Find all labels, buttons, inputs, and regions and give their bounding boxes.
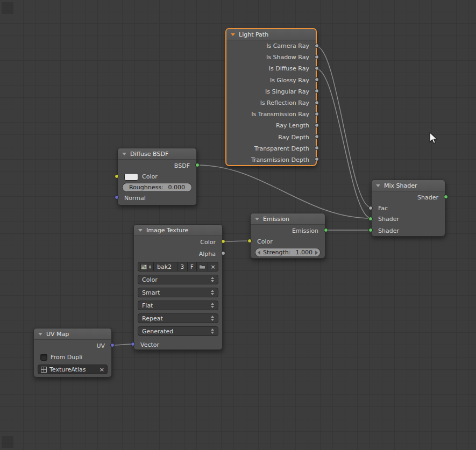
bsdf-output-socket[interactable] bbox=[195, 163, 200, 167]
output-label: Emission bbox=[292, 227, 318, 234]
close-icon: × bbox=[210, 264, 215, 270]
uv-output-socket[interactable] bbox=[110, 343, 115, 347]
output-label: Is Singular Ray bbox=[265, 88, 309, 95]
is-reflection-ray-socket[interactable] bbox=[315, 101, 319, 105]
input-label: Shader bbox=[378, 227, 399, 234]
node-title: Diffuse BSDF bbox=[130, 151, 168, 158]
is-transmission-ray-socket[interactable] bbox=[315, 112, 319, 116]
node-mix-shader[interactable]: Mix Shader Shader Fac Shader Shader bbox=[371, 180, 445, 237]
node-light-path[interactable]: Light Path Is Camera Ray Is Shadow Ray I… bbox=[226, 28, 316, 166]
collapse-triangle-icon[interactable] bbox=[122, 153, 126, 155]
emission-output-socket[interactable] bbox=[324, 228, 328, 232]
collapse-triangle-icon[interactable] bbox=[376, 184, 380, 187]
normal-input-socket[interactable] bbox=[115, 195, 119, 199]
ray-length-socket[interactable] bbox=[315, 123, 319, 127]
collapse-triangle-icon[interactable] bbox=[255, 218, 259, 220]
dropdown-value: Flat bbox=[142, 302, 153, 309]
node-diffuse-bsdf[interactable]: Diffuse BSDF BSDF Color Roughness: 0.000… bbox=[117, 148, 197, 205]
is-camera-ray-socket[interactable] bbox=[315, 44, 319, 48]
output-row: UV bbox=[34, 340, 111, 352]
dropdown-value: Generated bbox=[142, 328, 173, 335]
shader1-input-socket[interactable] bbox=[368, 217, 373, 221]
output-row: Color bbox=[134, 236, 222, 248]
from-dupli-row: From Dupli bbox=[34, 352, 111, 362]
node-title: Mix Shader bbox=[384, 182, 417, 189]
dropdown-arrows-icon bbox=[211, 290, 214, 295]
color-input-row: Color bbox=[118, 172, 196, 182]
collapse-triangle-icon[interactable] bbox=[231, 33, 235, 36]
is-diffuse-ray-socket[interactable] bbox=[315, 66, 319, 70]
wire-lightpath-fac bbox=[316, 46, 371, 208]
node-header[interactable]: UV Map bbox=[34, 328, 111, 340]
node-emission[interactable]: Emission Emission Color Strength: 1.000 bbox=[250, 213, 325, 259]
input-label: Normal bbox=[124, 195, 146, 202]
strength-slider[interactable]: Strength: 1.000 bbox=[255, 248, 321, 257]
is-shadow-ray-socket[interactable] bbox=[315, 55, 319, 59]
output-row: Ray Length bbox=[226, 120, 316, 131]
color-input-socket[interactable] bbox=[247, 239, 252, 243]
shader-output-socket[interactable] bbox=[444, 195, 448, 199]
node-title: Light Path bbox=[239, 31, 268, 38]
output-row: Is Transmission Ray bbox=[226, 109, 316, 120]
image-datablock-row: bak2 3 F × bbox=[138, 262, 218, 272]
node-uv-map[interactable]: UV Map UV From Dupli TextureAtlas × bbox=[33, 328, 112, 377]
shader2-input-row: Shader bbox=[372, 225, 445, 237]
interpolation-dropdown[interactable]: Smart bbox=[138, 288, 218, 297]
colorspace-dropdown[interactable]: Color bbox=[138, 275, 218, 284]
image-users-button[interactable]: 3 bbox=[177, 262, 188, 272]
output-row: BSDF bbox=[118, 160, 196, 172]
output-row: Emission bbox=[251, 225, 325, 237]
alpha-output-socket[interactable] bbox=[221, 251, 225, 255]
output-label: Ray Length bbox=[276, 122, 309, 129]
slider-label: Roughness: bbox=[129, 184, 164, 191]
output-row: Is Reflection Ray bbox=[226, 97, 316, 109]
output-label: Alpha bbox=[199, 251, 216, 258]
node-editor-canvas[interactable]: Light Path Is Camera Ray Is Shadow Ray I… bbox=[0, 0, 476, 450]
node-header[interactable]: Light Path bbox=[226, 29, 316, 40]
shader2-input-socket[interactable] bbox=[368, 228, 373, 232]
slider-increase-arrow-icon[interactable] bbox=[315, 251, 318, 255]
output-row: Is Camera Ray bbox=[226, 40, 316, 52]
from-dupli-checkbox[interactable] bbox=[40, 354, 47, 361]
collapse-triangle-icon[interactable] bbox=[38, 333, 42, 335]
output-label: Is Reflection Ray bbox=[260, 99, 309, 106]
image-name-field[interactable]: bak2 bbox=[154, 262, 177, 272]
node-header[interactable]: Mix Shader bbox=[372, 180, 445, 191]
fac-input-socket[interactable] bbox=[368, 206, 373, 210]
color-swatch[interactable] bbox=[124, 173, 138, 181]
color-input-row: Color bbox=[251, 237, 325, 246]
unlink-image-button[interactable]: × bbox=[208, 262, 218, 272]
input-label: Shader bbox=[378, 216, 399, 223]
slider-value: 1.000 bbox=[295, 249, 312, 256]
roughness-slider[interactable]: Roughness: 0.000 bbox=[122, 183, 192, 192]
node-header[interactable]: Diffuse BSDF bbox=[118, 148, 196, 160]
image-icon bbox=[140, 264, 147, 270]
wire-lightpath-shader bbox=[316, 69, 371, 218]
node-image-texture[interactable]: Image Texture Color Alpha bak2 3 F bbox=[133, 224, 223, 350]
extension-dropdown[interactable]: Repeat bbox=[138, 313, 218, 323]
source-dropdown[interactable]: Generated bbox=[138, 326, 218, 336]
output-row: Ray Depth bbox=[226, 132, 316, 143]
image-browse-dropdown[interactable] bbox=[138, 262, 154, 272]
collapse-triangle-icon[interactable] bbox=[138, 229, 143, 232]
fac-input-row: Fac bbox=[372, 203, 445, 213]
node-title: UV Map bbox=[46, 331, 69, 338]
output-label: UV bbox=[96, 342, 105, 349]
slider-value: 0.000 bbox=[168, 184, 186, 191]
uv-grid-icon bbox=[41, 367, 47, 373]
open-image-button[interactable] bbox=[197, 262, 208, 272]
output-row: Transmission Depth bbox=[226, 154, 316, 166]
color-input-socket[interactable] bbox=[115, 174, 119, 178]
node-header[interactable]: Image Texture bbox=[134, 225, 222, 236]
uv-map-selector[interactable]: TextureAtlas × bbox=[38, 365, 108, 374]
clear-uv-map-button[interactable]: × bbox=[100, 367, 104, 373]
fake-user-button[interactable]: F bbox=[188, 262, 197, 272]
checkbox-label: From Dupli bbox=[51, 354, 82, 361]
output-row: Is Singular Ray bbox=[226, 86, 316, 97]
dropdown-value: Repeat bbox=[142, 315, 163, 322]
node-header[interactable]: Emission bbox=[251, 213, 325, 225]
color-output-socket[interactable] bbox=[221, 239, 225, 244]
output-row: Transparent Depth bbox=[226, 143, 316, 154]
projection-dropdown[interactable]: Flat bbox=[138, 301, 218, 310]
vector-input-socket[interactable] bbox=[131, 342, 135, 346]
